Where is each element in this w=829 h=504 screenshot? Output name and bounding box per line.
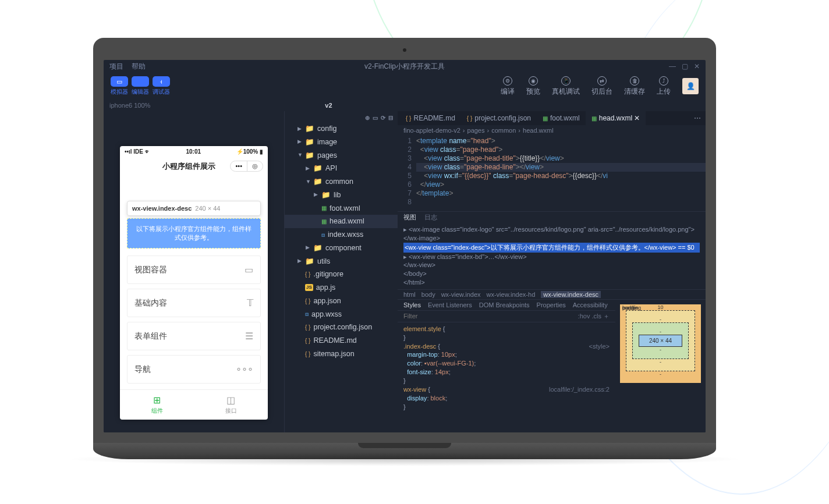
minimize-icon[interactable]: — [669,62,676,70]
phone-status-right: ⚡100% ▮ [236,148,263,155]
toolbar-编译[interactable]: ⚙编译 [501,76,515,97]
camera-dot [403,48,406,52]
mode-button-0[interactable]: ▭模拟器 [111,76,128,96]
tree-item-index.wxss[interactable]: ⧈index.wxss [285,228,398,242]
menu-help[interactable]: 帮助 [132,62,146,72]
toolbar-真机调试[interactable]: 📱真机调试 [552,76,580,97]
mode-button-2[interactable]: ⫞调试器 [153,76,170,96]
phone-frame: ••ıl IDE ᯤ 10:01 ⚡100% ▮ 小程序组件展示 ••• ◎ w… [120,146,268,420]
mode-button-1[interactable]: 编辑器 [132,76,149,96]
css-rules-panel[interactable]: element.style {}.index-desc {<style> mar… [398,322,615,413]
editor-tabs: { }README.md { }project.config.json ▦foo… [398,111,706,125]
tree-item-head.wxml[interactable]: ▦head.wxml [285,215,398,228]
simulator-pane: ••ıl IDE ᯤ 10:01 ⚡100% ▮ 小程序组件展示 ••• ◎ w… [104,111,284,432]
tree-item-common[interactable]: ▼📁common [285,175,398,189]
styles-tab-Properties[interactable]: Properties [537,301,566,308]
tree-item-project.config.json[interactable]: { }project.config.json [285,321,398,334]
crumb-body[interactable]: body [421,291,435,298]
bm-margin-top: 10 [657,304,663,310]
hov-cls-toggle[interactable]: :hov .cls ＋ [578,312,610,321]
laptop-shadow [64,452,745,466]
editor-tab-foot.wxml[interactable]: ▦foot.wxml [537,111,586,125]
crumb-wx-view.index[interactable]: wx-view.index [441,291,481,298]
tree-item-foot.wxml[interactable]: ▦foot.wxml [285,202,398,215]
tree-item-config[interactable]: ▶📁config [285,122,398,136]
phone-status-left: ••ıl IDE ᯤ [125,148,151,155]
crumb-html[interactable]: html [403,291,416,298]
tabs-more-icon[interactable]: ⋯ [689,114,706,122]
toolbar-上传[interactable]: ⤴上传 [657,76,671,97]
tree-item-app.wxss[interactable]: ⧈app.wxss [285,308,398,321]
styles-tab-Event Listeners[interactable]: Event Listeners [428,301,472,308]
bm-padding-val: - [660,329,661,335]
ide-window: 项目 帮助 v2-FinClip小程序开发工具 — ▢ ✕ ▭模拟器 编辑器 ⫞… [104,60,706,432]
editor-tab-project.config.json[interactable]: { }project.config.json [461,111,537,125]
inspector-tooltip: wx-view.index-desc 240 × 44 [127,201,261,216]
crumb-wx-view.index-desc[interactable]: wx-view.index-desc [541,291,601,298]
avatar[interactable]: 👤 [682,78,699,94]
section-item[interactable]: 视图容器▭ [127,255,261,284]
toolbar-清缓存[interactable]: 🗑清缓存 [624,76,645,97]
elements-panel[interactable]: ▸ <wx-image class="index-logo" src="../r… [398,223,706,289]
editor-pane: { }README.md { }project.config.json ▦foo… [398,111,706,432]
phone-status-time: 10:01 [186,148,201,155]
phone-tab-接口[interactable]: ◫接口 [194,390,268,420]
tree-item-README.md[interactable]: { }README.md [285,334,398,347]
devtools-tab-view[interactable]: 视图 [403,213,416,222]
bm-border-val: - [660,317,661,322]
tree-item-sitemap.json[interactable]: { }sitemap.json [285,347,398,361]
styles-filter-input[interactable] [403,312,578,321]
styles-tab-Styles[interactable]: Styles [403,301,421,308]
bm-content: 240 × 44 [639,335,682,347]
tree-item-lib[interactable]: ▶📁lib [285,189,398,202]
tree-item-image[interactable]: ▶📁image [285,136,398,149]
section-item[interactable]: 基础内容𝕋 [127,289,261,317]
device-label: iphone6 [109,102,132,109]
file-tree-pane: ⊕ ▭ ⟳ ⊟ ▶📁config ▶📁image ▼📁pages ▶📁API ▼… [284,111,398,432]
tree-item-app.js[interactable]: JSapp.js [285,281,398,294]
tooltip-selector: wx-view.index-desc [132,205,192,212]
toolbar-切后台[interactable]: ⇄切后台 [591,76,612,97]
zoom-label: 100% [134,102,150,109]
toolbar-预览[interactable]: ◉预览 [526,76,540,97]
menu-project[interactable]: 项目 [109,62,123,72]
tree-item-app.json[interactable]: { }app.json [285,294,398,308]
capsule-button[interactable]: ••• ◎ [230,161,263,172]
highlighted-element[interactable]: 以下将展示小程序官方组件能力，组件样式仅供参考。 [127,218,261,249]
tree-item-pages[interactable]: ▼📁pages [285,149,398,162]
box-model: margin 10 border - padding - 240 × 44 - … [615,300,706,432]
capsule-menu[interactable]: ••• [231,161,247,171]
capsule-close[interactable]: ◎ [247,161,263,171]
tree-item-.gitignore[interactable]: { }.gitignore [285,268,398,281]
breadcrumb: fino-applet-demo-v2›pages›common›head.wx… [398,125,706,136]
phone-page-title: 小程序组件展示 [148,161,230,172]
window-title: v2-FinClip小程序开发工具 [364,62,445,72]
devtools-tab-log[interactable]: 日志 [424,213,437,222]
styles-tab-Accessibility[interactable]: Accessibility [573,301,608,308]
collapse-icon[interactable]: ⊟ [388,115,393,121]
new-file-icon[interactable]: ⊕ [365,115,370,121]
section-item[interactable]: 导航∘∘∘ [127,355,261,384]
editor-tab-README.md[interactable]: { }README.md [400,111,461,125]
new-folder-icon[interactable]: ▭ [373,115,378,121]
bm-padding-label: padding [622,305,641,311]
tree-root-label: v2 [325,102,332,109]
laptop-frame: 项目 帮助 v2-FinClip小程序开发工具 — ▢ ✕ ▭模拟器 编辑器 ⫞… [93,38,716,459]
tree-item-utils[interactable]: ▶📁utils [285,255,398,268]
refresh-icon[interactable]: ⟳ [381,115,385,121]
styles-tab-DOM Breakpoints[interactable]: DOM Breakpoints [479,301,530,308]
phone-tab-组件[interactable]: ⊞组件 [120,390,194,420]
toolbar: ▭模拟器 编辑器 ⫞调试器 ⚙编译 ◉预览 📱真机调试 ⇄切后台 🗑清缓存 ⤴上… [104,73,706,100]
code-editor[interactable]: 12345678 <template name="head"> <view cl… [398,136,706,211]
menubar: 项目 帮助 v2-FinClip小程序开发工具 — ▢ ✕ [104,60,706,73]
maximize-icon[interactable]: ▢ [682,62,688,70]
tree-item-API[interactable]: ▶📁API [285,162,398,175]
tooltip-size: 240 × 44 [195,205,220,212]
close-icon[interactable]: ✕ [694,62,700,70]
crumb-wx-view.index-hd[interactable]: wx-view.index-hd [487,291,536,298]
elements-breadcrumb: htmlbodywx-view.indexwx-view.index-hdwx-… [398,289,706,300]
editor-tab-head.wxml[interactable]: ▦head.wxml ✕ [586,111,646,125]
section-item[interactable]: 表单组件☰ [127,322,261,350]
tree-item-component[interactable]: ▶📁component [285,242,398,255]
status-row: iphone6 100% v2 [104,100,706,111]
